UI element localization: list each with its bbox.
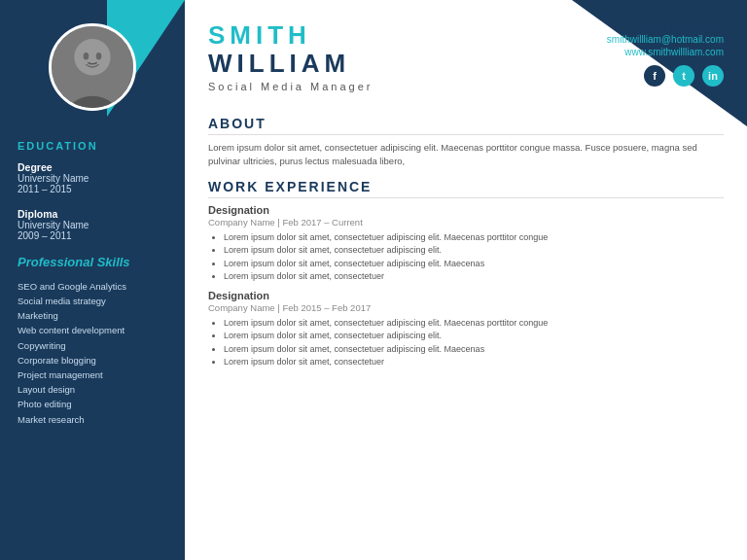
edu-item-2: Diploma University Name 2009 – 2011	[18, 208, 167, 241]
bullet-item: Lorem ipsum dolor sit amet, consectetuer…	[224, 244, 724, 258]
edu-item-1: Degree University Name 2011 – 2015	[18, 161, 167, 194]
edu-degree-2: Diploma	[18, 208, 167, 220]
skill-item: Copywriting	[18, 338, 167, 353]
bullet-item: Lorem ipsum dolor sit amet, consectetuer…	[224, 317, 724, 331]
skill-item: Web content development	[18, 323, 167, 337]
job-designation-2: Designation	[208, 290, 724, 301]
website-url: www.smithwillliam.com	[607, 47, 724, 57]
email-address: smithwillliam@hotmail.com	[607, 34, 724, 45]
avatar	[49, 23, 136, 111]
first-name: SMITH	[208, 21, 373, 50]
facebook-icon[interactable]: f	[644, 65, 665, 87]
svg-point-3	[84, 52, 89, 59]
twitter-icon[interactable]: t	[673, 65, 694, 87]
job-designation-1: Designation	[208, 204, 724, 216]
bullet-item: Lorem ipsum dolor sit amet, consectetuer	[224, 270, 724, 284]
edu-year-2: 2009 – 2011	[18, 230, 167, 241]
skill-item: Photo editing	[18, 397, 167, 411]
bullet-item: Lorem ipsum dolor sit amet, consectetuer…	[224, 231, 724, 245]
edu-school-2: University Name	[18, 220, 167, 230]
svg-point-2	[74, 39, 110, 75]
social-icons: f t in	[607, 65, 724, 87]
skills-list: SEO and Google AnalyticsSocial media str…	[18, 279, 167, 427]
skill-item: Layout design	[18, 382, 167, 397]
bullet-item: Lorem ipsum dolor sit amet, consectetuer	[224, 356, 724, 369]
job-item-1: DesignationCompany Name | Feb 2017 – Cur…	[208, 204, 724, 284]
last-name: WILLIAM	[208, 50, 373, 78]
edu-degree-1: Degree	[18, 161, 167, 173]
job-company-1: Company Name | Feb 2017 – Current	[208, 217, 724, 228]
name-block: SMITH WILLIAM Social Media Manager	[208, 21, 373, 92]
skill-item: Project management	[18, 368, 167, 382]
sidebar-content: EDUCATION Degree University Name 2011 – …	[0, 130, 185, 437]
education-title: EDUCATION	[18, 140, 167, 152]
bullet-item: Lorem ipsum dolor sit amet, consectetuer…	[224, 343, 724, 357]
skill-item: Social media strategy	[18, 294, 167, 308]
skill-item: SEO and Google Analytics	[18, 279, 167, 294]
job-bullets-2: Lorem ipsum dolor sit amet, consectetuer…	[208, 317, 724, 369]
main-panel: SMITH WILLIAM Social Media Manager (123)…	[185, 0, 747, 560]
bullet-item: Lorem ipsum dolor sit amet, consectetuer…	[224, 258, 724, 271]
job-company-2: Company Name | Feb 2015 – Feb 2017	[208, 302, 724, 313]
edu-school-1: University Name	[18, 173, 167, 184]
skills-title: Professional Skills	[18, 255, 167, 271]
sidebar: EDUCATION Degree University Name 2011 – …	[0, 0, 185, 560]
svg-point-4	[96, 52, 102, 59]
main-content: ABOUT Lorem ipsum dolor sit amet, consec…	[185, 102, 747, 560]
header-area: SMITH WILLIAM Social Media Manager (123)…	[185, 0, 747, 102]
edu-year-1: 2011 – 2015	[18, 184, 167, 194]
linkedin-icon[interactable]: in	[702, 65, 724, 87]
resume-container: EDUCATION Degree University Name 2011 – …	[0, 0, 747, 560]
skill-item: Corporate blogging	[18, 353, 167, 368]
bullet-item: Lorem ipsum dolor sit amet, consectetuer…	[224, 330, 724, 343]
phone-number: (123) 555 – 12345	[607, 21, 724, 32]
job-title: Social Media Manager	[208, 81, 373, 92]
about-heading: ABOUT	[208, 116, 724, 135]
avatar-wrapper	[0, 0, 185, 130]
jobs-container: DesignationCompany Name | Feb 2017 – Cur…	[208, 204, 724, 369]
skill-item: Market research	[18, 412, 167, 427]
work-heading: WORK EXPERIENCE	[208, 179, 724, 198]
skill-item: Marketing	[18, 308, 167, 323]
contact-block: (123) 555 – 12345 smithwillliam@hotmail.…	[607, 21, 724, 87]
job-bullets-1: Lorem ipsum dolor sit amet, consectetuer…	[208, 231, 724, 284]
job-item-2: DesignationCompany Name | Feb 2015 – Feb…	[208, 290, 724, 369]
about-text: Lorem ipsum dolor sit amet, consectetuer…	[208, 141, 724, 169]
